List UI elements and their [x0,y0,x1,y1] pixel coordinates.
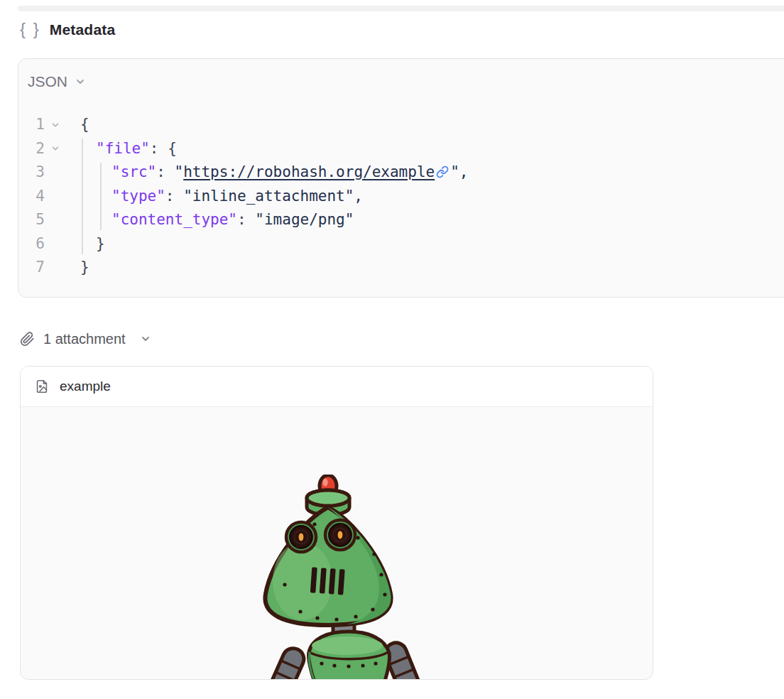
json-token: { [168,140,177,157]
indent-guide [100,163,102,230]
code-text: } [80,256,89,280]
code-lines: 1{2"file": {3"src": "https://robohash.or… [18,113,784,280]
code-line: 7} [18,256,784,280]
line-number: 3 [18,161,45,185]
attachment-preview [21,407,653,679]
line-number: 1 [18,113,45,137]
attachments-count-label: 1 attachment [43,331,126,347]
json-token: "file" [96,140,150,157]
code-text: "src": "https://robohash.org/example", [80,161,468,185]
chevron-down-icon [75,76,86,87]
attachment-card: example [20,366,653,680]
fold-chevron-icon[interactable] [45,113,66,137]
json-token: : [237,211,255,228]
code-line: 5"content_type": "image/png" [18,208,784,232]
braces-icon: { } [20,21,40,38]
json-url-link[interactable]: https://robohash.org/example [183,163,435,180]
json-editor: JSON 1{2"file": {3"src": "https://roboha… [18,58,784,298]
paperclip-icon [20,332,35,347]
chevron-down-icon [140,333,151,345]
fold-gutter [45,232,66,256]
fold-gutter [45,256,66,280]
line-number: 5 [18,208,45,232]
json-token: : [156,163,174,180]
code-text: "content_type": "image/png" [80,208,354,232]
attachments-toggle[interactable]: 1 attachment [20,327,151,350]
json-token: } [96,235,105,252]
json-token: " [175,163,184,180]
json-token: : [165,188,183,205]
code-line: 4"type": "inline_attachment", [18,185,784,209]
fold-chevron-icon[interactable] [45,137,66,161]
code-line: 3"src": "https://robohash.org/example", [18,161,784,185]
fold-gutter [45,208,66,232]
attachment-card-header[interactable]: example [21,367,653,407]
code-area: 1{2"file": {3"src": "https://robohash.or… [18,113,784,280]
json-token: ", [450,163,468,180]
language-selector[interactable]: JSON [18,59,111,90]
code-text: "file": { [80,137,177,161]
link-icon[interactable] [435,161,450,185]
code-text: { [80,113,89,137]
json-token: "src" [111,163,156,180]
fold-gutter [45,185,66,209]
code-text: } [80,232,105,256]
fold-gutter [45,161,66,185]
json-token: } [80,259,89,276]
code-line: 6} [18,232,784,256]
code-text: "type": "inline_attachment", [80,185,363,209]
image-file-icon [34,379,50,394]
language-label: JSON [28,73,67,90]
indent-guide [82,139,83,254]
line-number: 4 [18,185,45,209]
code-line: 2"file": { [18,137,784,161]
code-line: 1{ [18,113,784,137]
json-token: { [80,116,89,133]
json-token: "inline_attachment", [183,188,363,205]
metadata-section-header: { } Metadata [20,18,115,41]
line-number: 2 [18,137,45,161]
json-token: "type" [111,188,165,205]
page-title: Metadata [50,21,116,38]
top-divider [18,6,784,11]
json-token: "content_type" [111,211,237,228]
line-number: 7 [18,256,45,280]
line-number: 6 [18,232,45,256]
robot-avatar-image [235,475,434,680]
json-token: "image/png" [255,211,354,228]
attachment-name: example [60,379,111,394]
json-token: : [150,140,168,157]
